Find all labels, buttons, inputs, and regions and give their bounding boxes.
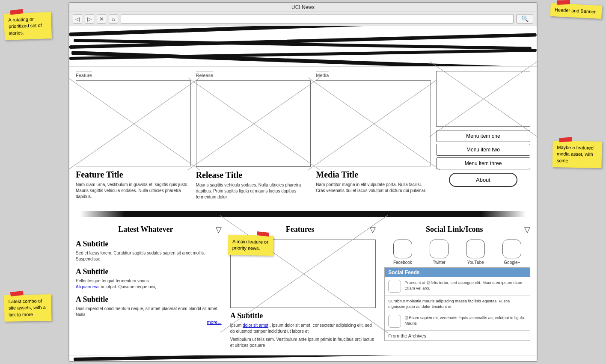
social-dropdown-arrow[interactable]: ▽ <box>524 225 530 234</box>
sticky-note-middle-right-text: Maybe a featured media asset, with some <box>557 145 594 163</box>
archives-bar[interactable]: From the Archives <box>385 331 530 340</box>
feature-image <box>76 80 191 166</box>
features-header: Features ▽ <box>230 225 376 234</box>
features-body-2: Vestibulum ut felis sem. Vestibulum ante… <box>230 337 376 349</box>
social-title: Social Link/Icons <box>384 225 524 234</box>
browser-toolbar: ◁ ▷ ✕ ⌂ 🔍 <box>69 12 537 26</box>
twitter-label: Twitter <box>433 260 445 265</box>
facebook-label: Facebook <box>393 260 412 265</box>
feature-title: Feature Title <box>76 170 191 180</box>
latest-whatever-column: Latest Whatever ▽ A Subtitle Sed et lacu… <box>76 225 222 349</box>
social-feeds-box: Social Feeds Praesent at @felis tortor, … <box>384 267 530 341</box>
facebook-icon <box>393 240 412 258</box>
three-col-section: Feature Feature Title Nam diam urna, ves… <box>69 67 537 209</box>
sticky-note-top-right-text: Header and Banner <box>555 7 596 14</box>
nav-close-button[interactable]: ✕ <box>97 14 106 24</box>
latest-dropdown-arrow[interactable]: ▽ <box>216 225 222 234</box>
googleplus-label: Google+ <box>504 260 520 265</box>
release-image <box>196 80 311 167</box>
page-content: Feature Feature Title Nam diam urna, ves… <box>69 26 537 361</box>
address-bar[interactable] <box>121 14 514 24</box>
feed-avatar-1 <box>388 280 401 293</box>
social-column: Social Link/Icons ▽ Facebook Twitter You… <box>384 225 530 349</box>
more-link[interactable]: more... <box>76 320 222 325</box>
sticky-note-top-right: Header and Banner <box>550 3 602 19</box>
sidebar-image <box>436 71 530 127</box>
social-header: Social Link/Icons ▽ <box>384 225 530 234</box>
latest-item-3-body: Duis imperdiet condimentum neque, sit am… <box>76 306 222 318</box>
sticky-note-bottom-left: Latest combo of site assets, with a link… <box>4 294 51 322</box>
social-icons-row: Facebook Twitter YouTube Google+ <box>384 240 530 265</box>
sticky-note-bottom-left-text: Latest combo of site assets, with a link… <box>9 298 46 317</box>
nav-back-button[interactable]: ◁ <box>73 14 82 24</box>
bottom-section: Latest Whatever ▽ A Subtitle Sed et lacu… <box>69 219 537 355</box>
latest-item-3-subtitle: A Subtitle <box>76 295 222 304</box>
latest-title: Latest Whatever <box>76 225 216 234</box>
latest-item-1-body: Sed et lacus lorem. Curabitur sagittis s… <box>76 250 222 262</box>
feature-label: Feature <box>76 71 92 78</box>
right-sidebar: Menu item one Menu item two Menu item th… <box>436 71 530 204</box>
latest-item-1: A Subtitle Sed et lacus lorem. Curabitur… <box>76 240 222 262</box>
browser-title: UCI News <box>291 4 315 10</box>
media-label: Media <box>316 71 329 78</box>
features-link[interactable]: dolor sit amet, <box>243 323 270 328</box>
social-feeds-header: Social Feeds <box>385 268 530 277</box>
youtube-label: YouTube <box>467 260 484 265</box>
menu-item-one-button[interactable]: Menu item one <box>436 130 530 142</box>
features-body: ipsum dolor sit amet,, ipsum dolor sit a… <box>230 323 376 334</box>
latest-item-2-subtitle: A Subtitle <box>76 267 222 276</box>
media-image <box>316 80 431 166</box>
latest-item-3: A Subtitle Duis imperdiet condimentum ne… <box>76 295 222 325</box>
media-column: Media Media Title Nam porttitor magna in… <box>316 71 436 204</box>
sticky-note-top-left-text: A rotating or prioritized set of stories… <box>8 17 42 36</box>
latest-item-1-subtitle: A Subtitle <box>76 240 222 249</box>
twitter-icon-item[interactable]: Twitter <box>430 240 449 265</box>
features-title: Features <box>230 225 370 234</box>
feed-item-1: Praesent at @felis tortor, sed #congue e… <box>385 277 530 296</box>
googleplus-icon <box>502 240 521 258</box>
youtube-icon-item[interactable]: YouTube <box>466 240 485 265</box>
nav-home-button[interactable]: ⌂ <box>109 14 118 24</box>
banner-area <box>69 26 537 67</box>
latest-header: Latest Whatever ▽ <box>76 225 222 234</box>
feed-avatar-3 <box>388 315 401 328</box>
browser-window: UCI News ◁ ▷ ✕ ⌂ 🔍 Feat <box>68 2 538 362</box>
sticky-note-top-left: A rotating or prioritized set of stories… <box>4 12 52 40</box>
features-subtitle: A Subtitle <box>230 311 376 320</box>
release-column: Release Release Title Mauris sagittis ve… <box>196 71 316 204</box>
release-body: Mauris sagittis vehicula sodales. Nulla … <box>196 182 311 200</box>
menu-item-two-button[interactable]: Menu item two <box>436 144 530 156</box>
nav-forward-button[interactable]: ▷ <box>85 14 94 24</box>
latest-item-2-body: Pellentesque feugiat fermentum varius. A… <box>76 278 222 290</box>
bottom-banner <box>69 355 537 361</box>
latest-item-2: A Subtitle Pellentesque feugiat fermentu… <box>76 267 222 290</box>
latest-item-2-link[interactable]: Aliquam erat <box>76 284 100 289</box>
menu-item-three-button[interactable]: Menu item three <box>436 157 530 169</box>
browser-titlebar: UCI News <box>69 3 537 12</box>
sticky-main-text: A main feature or priority news. <box>232 239 268 251</box>
twitter-icon <box>430 240 449 258</box>
facebook-icon-item[interactable]: Facebook <box>393 240 412 265</box>
divider-scribble <box>80 211 526 217</box>
feed-text-2: Curabitur molestie mauris adipiscing mas… <box>385 296 530 313</box>
youtube-icon <box>466 240 485 258</box>
feed-item-3: @Etiam sapien mi, venenatis #quis #conva… <box>385 312 530 331</box>
feature-body: Nam diam urna, vestibulum in gravida et,… <box>76 182 191 200</box>
search-button[interactable]: 🔍 <box>516 14 533 24</box>
googleplus-icon-item[interactable]: Google+ <box>502 240 521 265</box>
sticky-note-middle-right: Maybe a featured media asset, with some <box>552 141 602 168</box>
release-label: Release <box>196 71 213 78</box>
release-title: Release Title <box>196 170 311 180</box>
feature-column: Feature Feature Title Nam diam urna, ves… <box>76 71 196 204</box>
media-body: Nam porttitor magna in elit vulputate po… <box>316 182 431 194</box>
features-column: Features ▽ A main feature or priority ne… <box>230 225 376 349</box>
media-title: Media Title <box>316 170 431 180</box>
feed-text-1: Praesent at @felis tortor, sed #congue e… <box>404 280 526 293</box>
about-button[interactable]: About <box>449 173 517 187</box>
feed-text-3: @Etiam sapien mi, venenatis #quis #conva… <box>404 315 526 328</box>
